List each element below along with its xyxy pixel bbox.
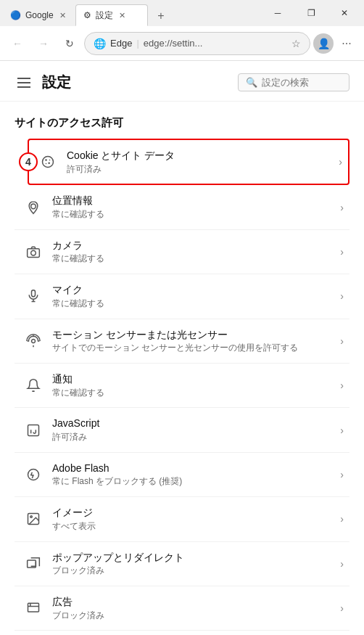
images-label: イメージ	[52, 506, 334, 520]
cookie-icon	[35, 149, 61, 175]
svg-point-19	[30, 516, 33, 518]
images-text: イメージ すべて表示	[46, 506, 340, 532]
microphone-icon	[20, 283, 46, 309]
images-chevron-icon: ›	[340, 513, 344, 525]
favorite-icon[interactable]: ☆	[291, 38, 301, 49]
image-icon	[20, 506, 46, 532]
settings-title: 設定	[42, 73, 229, 92]
hamburger-button[interactable]	[15, 75, 33, 91]
nav-bar: ← → ↻ 🌐 Edge | edge://settin... ☆ 👤 ···	[0, 26, 364, 61]
svg-point-5	[31, 204, 36, 209]
address-url: edge://settin...	[144, 38, 203, 49]
forward-button[interactable]: →	[32, 32, 55, 55]
location-chevron-icon: ›	[340, 202, 344, 213]
ads-label: 広告	[52, 595, 334, 610]
popup-label: ポップアップとリダイレクト	[52, 551, 334, 565]
motion-label: モーション センサーまたは光センサー	[52, 328, 334, 343]
svg-point-2	[48, 163, 50, 165]
microphone-label: マイク	[52, 283, 334, 298]
cookie-sublabel: 許可済み	[67, 163, 333, 176]
svg-point-3	[46, 163, 47, 165]
svg-point-11	[32, 339, 36, 343]
address-bar[interactable]: 🌐 Edge | edge://settin... ☆	[84, 32, 310, 55]
javascript-sublabel: 許可済み	[52, 431, 334, 443]
minimize-button[interactable]: ─	[261, 0, 294, 26]
profile-button[interactable]: 👤	[313, 33, 334, 54]
javascript-icon	[20, 417, 46, 443]
more-button[interactable]: ···	[335, 32, 358, 55]
settings-item-notifications[interactable]: 通知 常に確認する ›	[15, 364, 349, 408]
content-scroll[interactable]: サイトのアクセス許可 4	[0, 102, 364, 635]
javascript-chevron-icon: ›	[340, 425, 344, 436]
camera-label: カメラ	[52, 239, 334, 253]
tab-settings-label: 設定	[96, 9, 113, 22]
search-icon: 🔍	[246, 77, 257, 88]
popup-icon	[20, 551, 46, 577]
settings-header: 設定 🔍	[0, 61, 364, 102]
settings-item-microphone[interactable]: マイク 常に確認する ›	[15, 274, 349, 319]
tab-settings-close[interactable]: ✕	[117, 11, 127, 20]
tab-google[interactable]: 🔵 Google ✕	[3, 4, 75, 26]
javascript-text: JavaScript 許可済み	[46, 417, 340, 443]
ads-icon	[20, 595, 46, 621]
settings-item-javascript[interactable]: JavaScript 許可済み ›	[15, 408, 349, 452]
location-sublabel: 常に確認する	[52, 208, 334, 221]
microphone-sublabel: 常に確認する	[52, 298, 334, 310]
settings-item-ads[interactable]: 広告 ブロック済み ›	[15, 586, 349, 631]
settings-search-input[interactable]	[262, 77, 342, 88]
cookie-text: Cookie とサイト データ 許可済み	[61, 149, 339, 175]
camera-icon	[20, 239, 46, 265]
address-divider: |	[136, 38, 138, 49]
settings-item-popup[interactable]: ポップアップとリダイレクト ブロック済み ›	[15, 542, 349, 586]
svg-rect-21	[28, 603, 39, 612]
notifications-chevron-icon: ›	[340, 380, 344, 391]
settings-item-cookie[interactable]: 4 Cookie とサイト データ	[28, 139, 349, 185]
flash-text: Adobe Flash 常に Flash をブロックする (推奨)	[46, 462, 340, 488]
motion-text: モーション センサーまたは光センサー サイトでのモーション センサーと光センサー…	[46, 328, 340, 354]
close-button[interactable]: ✕	[328, 0, 361, 26]
svg-rect-16	[28, 425, 39, 435]
cookie-chevron-icon: ›	[339, 156, 342, 168]
edge-logo-icon: 🌐	[94, 38, 106, 49]
nav-right: 👤 ···	[313, 32, 358, 55]
notifications-sublabel: 常に確認する	[52, 387, 334, 399]
settings-search-box[interactable]: 🔍	[238, 73, 349, 91]
location-icon	[20, 194, 46, 221]
svg-point-7	[31, 250, 36, 255]
popup-text: ポップアップとリダイレクト ブロック済み	[46, 551, 340, 577]
bell-icon	[20, 372, 46, 398]
settings-item-motion[interactable]: モーション センサーまたは光センサー サイトでのモーション センサーと光センサー…	[15, 319, 349, 364]
maximize-button[interactable]: ❐	[294, 0, 328, 26]
microphone-text: マイク 常に確認する	[46, 283, 340, 309]
settings-item-images[interactable]: イメージ すべて表示 ›	[15, 497, 349, 541]
camera-chevron-icon: ›	[340, 246, 344, 258]
title-bar: 🔵 Google ✕ ⚙ 設定 ✕ + ─ ❐ ✕	[0, 0, 364, 26]
content-area: サイトのアクセス許可 4	[0, 102, 364, 635]
window-controls: ─ ❐ ✕	[261, 0, 361, 26]
popup-sublabel: ブロック済み	[52, 565, 334, 577]
popup-chevron-icon: ›	[340, 558, 344, 570]
hamburger-line-3	[17, 86, 30, 88]
tab-settings[interactable]: ⚙ 設定 ✕	[75, 4, 148, 26]
flash-icon	[20, 462, 46, 488]
javascript-label: JavaScript	[52, 417, 334, 431]
refresh-button[interactable]: ↻	[58, 32, 81, 55]
settings-item-flash[interactable]: Adobe Flash 常に Flash をブロックする (推奨) ›	[15, 453, 349, 497]
tab-google-close[interactable]: ✕	[58, 11, 67, 20]
step-badge: 4	[19, 152, 38, 171]
back-button[interactable]: ←	[6, 32, 29, 55]
ads-text: 広告 ブロック済み	[46, 595, 340, 621]
tab-bar: 🔵 Google ✕ ⚙ 設定 ✕ +	[3, 0, 261, 26]
camera-sublabel: 常に確認する	[52, 253, 334, 265]
images-sublabel: すべて表示	[52, 520, 334, 533]
main-content: 設定 🔍 サイトのアクセス許可 4	[0, 61, 364, 635]
notifications-label: 通知	[52, 372, 334, 387]
new-tab-button[interactable]: +	[151, 6, 171, 26]
cookie-label: Cookie とサイト データ	[67, 149, 333, 163]
settings-item-camera[interactable]: カメラ 常に確認する ›	[15, 230, 349, 274]
svg-point-0	[43, 157, 54, 168]
section-title: サイトのアクセス許可	[15, 116, 349, 130]
camera-text: カメラ 常に確認する	[46, 239, 340, 265]
settings-item-location[interactable]: 位置情報 常に確認する ›	[15, 185, 349, 229]
motion-sublabel: サイトでのモーション センサーと光センサーの使用を許可する	[52, 342, 334, 354]
